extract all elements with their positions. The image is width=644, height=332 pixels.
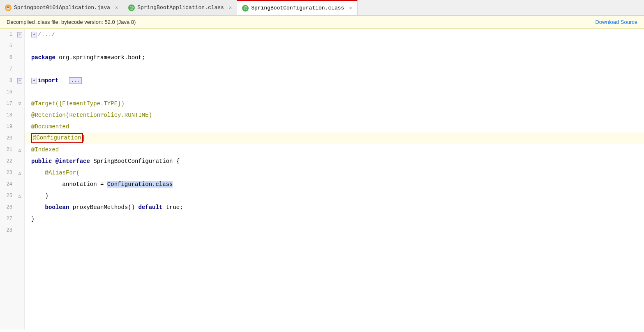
line-num-27: 27 [0, 216, 16, 222]
line-num-26: 26 [0, 204, 16, 210]
line-row-20: 20 [0, 132, 24, 144]
code-line-17: @Target({ElementType.TYPE}) [25, 98, 644, 109]
line-row-28: 28 [0, 225, 24, 236]
code-line-1: +/.../ [25, 29, 644, 40]
line-row-6: 6 [0, 52, 24, 63]
line-num-21: 21 [0, 147, 16, 153]
fold-23[interactable]: △ [16, 170, 23, 176]
line-num-19: 19 [0, 124, 16, 130]
tab-close-3[interactable]: ✕ [349, 5, 352, 11]
code-line-21: @Indexed [25, 144, 644, 156]
fold-17[interactable]: ▽ [16, 101, 23, 107]
line-num-25: 25 [0, 193, 16, 199]
notification-message: Decompiled .class file, bytecode version… [7, 19, 136, 25]
tab-label-3: SpringBootConfiguration.class [251, 5, 344, 11]
editor-area: 1 + 5 6 7 8 + [0, 29, 644, 330]
code-line-26: boolean proxyBeanMethods() default true; [25, 202, 644, 213]
code-content[interactable]: +/.../ package org.springframework.boot;… [25, 29, 644, 330]
line-row-7: 7 [0, 63, 24, 75]
code-line-25: ) [25, 190, 644, 202]
line-row-16: 16 [0, 86, 24, 98]
code-line-16 [25, 86, 644, 98]
code-line-5 [25, 40, 644, 52]
code-line-22: public @interface SpringBootConfiguratio… [25, 156, 644, 167]
line-num-6: 6 [0, 55, 16, 60]
line-row-24: 24 [0, 179, 24, 190]
tab-springbootconfiguration[interactable]: @ SpringBootConfiguration.class ✕ [237, 0, 357, 15]
line-num-8: 8 [0, 78, 16, 84]
tab-icon-at-2: @ [128, 5, 135, 11]
fold-1[interactable]: + [16, 32, 23, 37]
line-num-28: 28 [0, 228, 16, 233]
line-row-27: 27 [0, 213, 24, 225]
tab-label-1: Springboot0101Application.java [14, 5, 110, 11]
fold-25[interactable]: △ [16, 193, 23, 199]
line-num-18: 18 [0, 112, 16, 118]
line-row-23: 23 △ [0, 167, 24, 179]
code-line-27: } [25, 213, 644, 225]
text-cursor [83, 135, 84, 142]
fold-21[interactable]: △ [16, 147, 23, 153]
code-line-19: @Documented [25, 121, 644, 132]
line-gutter: 1 + 5 6 7 8 + [0, 29, 25, 330]
tab-icon-java: ☕ [5, 5, 12, 11]
line-num-23: 23 [0, 170, 16, 176]
line-row-1: 1 + [0, 29, 24, 40]
tab-bar: ☕ Springboot0101Application.java ✕ @ Spr… [0, 0, 644, 16]
line-row-8: 8 + [0, 75, 24, 86]
code-lines: +/.../ package org.springframework.boot;… [25, 29, 644, 236]
line-row-22: 22 [0, 156, 24, 167]
tab-label-2: SpringBootApplication.class [137, 5, 224, 11]
fold-box-1[interactable]: + [31, 32, 37, 37]
tab-springbootapplication[interactable]: @ SpringBootApplication.class ✕ [123, 0, 237, 15]
tab-close-2[interactable]: ✕ [229, 5, 232, 11]
line-num-1: 1 [0, 32, 16, 37]
line-row-25: 25 △ [0, 190, 24, 202]
tab-springboot0101application[interactable]: ☕ Springboot0101Application.java ✕ [0, 0, 123, 15]
line-num-16: 16 [0, 89, 16, 95]
download-source-link[interactable]: Download Source [595, 19, 637, 25]
line-num-20: 20 [0, 135, 16, 141]
line-num-24: 24 [0, 181, 16, 187]
tab-close-1[interactable]: ✕ [115, 5, 118, 11]
notification-bar: Decompiled .class file, bytecode version… [0, 16, 644, 29]
line-row-21: 21 △ [0, 144, 24, 156]
line-num-7: 7 [0, 66, 16, 72]
code-line-7 [25, 63, 644, 75]
line-num-5: 5 [0, 43, 16, 49]
code-line-28 [25, 225, 644, 236]
line-row-19: 19 [0, 121, 24, 132]
line-row-5: 5 [0, 40, 24, 52]
line-num-22: 22 [0, 158, 16, 164]
fold-box-8[interactable]: + [31, 78, 37, 84]
code-line-24: annotation = Configuration.class [25, 179, 644, 190]
configuration-class-highlight: Configuration.class [107, 181, 173, 188]
configuration-annotation-box: @Configuration [31, 133, 83, 143]
line-numbers: 1 + 5 6 7 8 + [0, 29, 24, 236]
line-num-17: 17 [0, 101, 16, 107]
line-row-26: 26 [0, 202, 24, 213]
line-row-18: 18 [0, 109, 24, 121]
code-line-8: +import ... [25, 75, 644, 86]
code-line-20: @Configuration [25, 132, 644, 144]
fold-8[interactable]: + [16, 78, 23, 84]
line-row-17: 17 ▽ [0, 98, 24, 109]
code-line-18: @Retention(RetentionPolicy.RUNTIME) [25, 109, 644, 121]
code-line-6: package org.springframework.boot; [25, 52, 644, 63]
tab-icon-at-3: @ [242, 5, 249, 12]
import-fold-box[interactable]: ... [69, 77, 82, 84]
code-line-23: @AliasFor( [25, 167, 644, 179]
